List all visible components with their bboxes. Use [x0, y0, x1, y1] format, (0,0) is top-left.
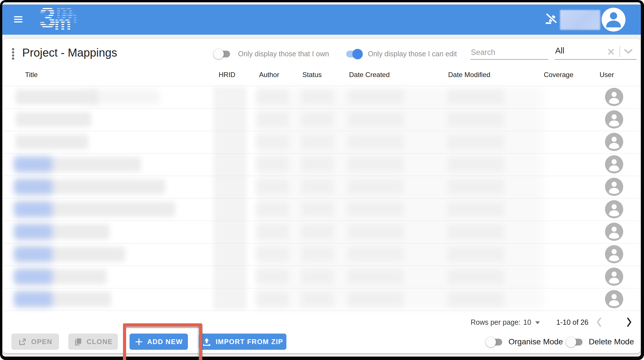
redacted-cell — [301, 157, 334, 172]
redacted-cell — [301, 90, 334, 104]
plus-icon — [135, 338, 143, 346]
redacted-cell — [448, 179, 504, 194]
account-avatar-button[interactable] — [602, 8, 625, 32]
table-row[interactable] — [3, 176, 641, 198]
table-row[interactable] — [3, 221, 641, 243]
row-user-avatar-icon — [605, 155, 623, 173]
open-button[interactable]: OPEN — [11, 334, 59, 350]
toggle-only-display-can-edit-label: Only display those I can edit — [368, 50, 457, 58]
organise-mode-label: Organise Mode — [508, 337, 563, 346]
table-row[interactable] — [3, 243, 641, 266]
search-field — [470, 45, 548, 60]
col-header-author: Author — [259, 71, 279, 79]
search-input[interactable] — [470, 45, 549, 60]
redacted-cell — [448, 157, 504, 172]
redacted-username — [560, 10, 600, 30]
chevron-right-icon[interactable] — [626, 317, 633, 327]
toggle-only-display-own-label: Only display those that I own — [238, 50, 329, 58]
hamburger-menu-icon[interactable] — [14, 16, 24, 23]
user-avatar-icon — [602, 8, 625, 32]
redacted-title-chip — [14, 179, 52, 194]
redacted-title-chip — [14, 269, 52, 284]
redacted-cell — [257, 269, 289, 284]
redacted-cell — [448, 292, 504, 307]
delete-mode-label: Delete Mode — [589, 337, 634, 346]
chevron-down-icon[interactable] — [624, 49, 633, 54]
table-row[interactable] — [3, 131, 641, 154]
redacted-cell — [257, 112, 289, 127]
redacted-cell — [257, 247, 289, 262]
redacted-cell — [348, 135, 404, 149]
redacted-cell — [257, 157, 289, 172]
col-header-title: Title — [25, 71, 38, 79]
table-row[interactable] — [3, 266, 641, 288]
redacted-title-chip — [14, 292, 52, 307]
redacted-cell — [448, 247, 504, 262]
row-user-avatar-icon — [605, 133, 623, 151]
toggle-only-display-own[interactable] — [214, 49, 231, 59]
type-filter-select[interactable]: All — [555, 43, 637, 60]
col-header-status: Status — [302, 71, 322, 79]
clone-button[interactable]: CLONE — [68, 334, 118, 350]
redacted-cell — [348, 224, 404, 239]
add-new-button[interactable]: ADD NEW — [130, 334, 188, 350]
table-header-row: Title HRID Author Status Date Created Da… — [3, 64, 641, 86]
more-vert-icon[interactable] — [12, 48, 15, 59]
redacted-cell — [348, 202, 404, 217]
organise-mode-toggle[interactable] — [486, 337, 503, 347]
row-user-avatar-icon — [605, 290, 623, 308]
edit-off-icon[interactable] — [544, 13, 557, 25]
redacted-cell — [257, 135, 289, 149]
redacted-title-chip — [14, 157, 52, 172]
redacted-cell — [448, 90, 504, 104]
col-header-coverage: Coverage — [544, 71, 573, 79]
redacted-cell — [348, 112, 404, 127]
redacted-cell — [448, 135, 504, 149]
pagination-range: 1-10 of 26 — [556, 318, 588, 326]
redacted-cell — [257, 202, 289, 217]
rows-per-page-label: Rows per page: — [471, 318, 520, 326]
toggle-only-display-can-edit[interactable] — [345, 49, 363, 59]
redacted-cell — [348, 157, 404, 172]
redacted-cell — [257, 179, 289, 194]
redacted-cell — [348, 247, 404, 262]
type-filter-value: All — [555, 46, 564, 55]
page-title: Project - Mappings — [22, 46, 117, 59]
rows-per-page-value[interactable]: 10 — [523, 318, 531, 326]
row-user-avatar-icon — [605, 178, 623, 196]
redacted-cell — [301, 292, 334, 307]
col-header-date-modified: Date Modified — [448, 71, 490, 79]
redacted-cell — [257, 90, 289, 104]
row-user-avatar-icon — [605, 110, 623, 129]
redacted-cell — [257, 224, 289, 239]
clone-icon — [73, 337, 83, 346]
table-row[interactable] — [3, 288, 641, 311]
chevron-left-icon[interactable] — [596, 317, 602, 327]
redacted-title-chip — [14, 247, 52, 262]
redacted-title — [16, 90, 98, 104]
table-row[interactable] — [3, 86, 641, 109]
redacted-cell — [301, 135, 334, 149]
col-header-hrid: HRID — [219, 71, 235, 79]
filter-divider — [620, 46, 620, 57]
app-logo-3m: m m 3 m — [39, 8, 76, 32]
table-row[interactable] — [3, 198, 641, 221]
rows-per-page-dropdown-icon[interactable] — [535, 321, 540, 324]
open-in-new-icon — [18, 337, 27, 346]
table-body — [3, 86, 641, 311]
table-row[interactable] — [3, 153, 641, 176]
row-user-avatar-icon — [605, 88, 623, 106]
upload-icon — [202, 337, 212, 346]
delete-mode-toggle[interactable] — [566, 337, 584, 347]
redacted-cell — [301, 202, 334, 217]
row-user-avatar-icon — [605, 223, 623, 241]
redacted-cell — [448, 202, 504, 217]
redacted-cell — [301, 269, 334, 284]
clear-filter-icon[interactable] — [608, 48, 614, 55]
redacted-cell — [301, 179, 334, 194]
row-user-avatar-icon — [605, 200, 623, 218]
row-user-avatar-icon — [605, 268, 623, 286]
import-from-zip-button[interactable]: IMPORT FROM ZIP — [199, 334, 286, 350]
redacted-cell — [348, 269, 404, 284]
table-row[interactable] — [3, 108, 641, 131]
